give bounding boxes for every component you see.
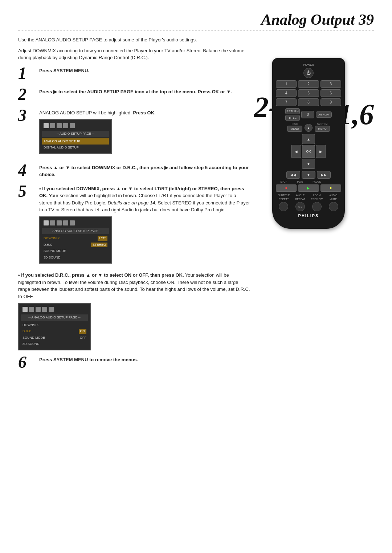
screen2-stereo-val: STEREO (91, 243, 107, 248)
repeat-ab-button[interactable]: A-B (295, 202, 305, 211)
main-layout: Use the ANALOG AUDIO SETUP PAGE to adjus… (18, 36, 374, 375)
screen2-icon-1 (44, 220, 49, 225)
step-6-number: 6 (18, 354, 36, 371)
drc-bold-intro: • If you selected D.R.C., press ▲ or ▼ t… (18, 272, 184, 278)
screen3-row2: D.R.C ON (21, 328, 88, 335)
btn-0[interactable]: 0 (301, 111, 314, 118)
step-4-text: Press ▲ or ▼ to select DOWNMIX or D.R.C.… (39, 165, 249, 178)
power-button[interactable]: ⏻ (303, 68, 314, 78)
remote-control: POWER ⏻ 1 2 3 4 5 6 7 (272, 58, 345, 229)
prev-button[interactable]: ◀◀ (286, 171, 300, 179)
system-menu-button[interactable]: MENU (315, 126, 330, 132)
screen2-row4: 3D SOUND (42, 255, 109, 261)
screen3-on-val: ON (79, 329, 87, 334)
display-button[interactable]: DISPLAY (316, 111, 332, 118)
screen2-downmix-label: DOWNMIX (44, 236, 60, 241)
screen-mockup-3: -- ANALOG AUDIO SETUP PAGE -- DOWNMIX D.… (18, 303, 91, 350)
preview-button[interactable] (312, 202, 322, 211)
transport-labels: STOP PLAY PAUSE (276, 180, 341, 183)
page-container: Analog Output 39 Use the ANALOG AUDIO SE… (0, 0, 392, 553)
nav-up-button[interactable]: ▲ (302, 134, 315, 144)
power-icon: ⏻ (306, 70, 311, 76)
screen-icon-1 (44, 123, 49, 128)
step-5-italic: Details are on page 14. (108, 200, 156, 206)
repeat-label: REPEAT (276, 198, 292, 200)
play-button[interactable]: ▶ (298, 184, 319, 192)
step-1-number: 1 (18, 65, 36, 82)
nav-ok-button[interactable]: OK (302, 145, 315, 158)
btn-3[interactable]: 3 (320, 80, 341, 88)
step-6-row: 6 Press SYSTEM MENU to remove the menus. (18, 354, 250, 371)
btn-8[interactable]: 8 (298, 98, 319, 106)
pause-button[interactable]: ⏸ (320, 184, 341, 192)
screen-toolbar-3 (21, 306, 88, 313)
screen3-row1: DOWNMIX (21, 322, 88, 329)
next-button[interactable]: ▶▶ (317, 171, 331, 179)
screen3-drc-label: D.R.C (23, 329, 32, 334)
step-1-content: Press SYSTEM MENU. (39, 65, 250, 74)
step-3-number: 3 (18, 107, 36, 124)
mute-button[interactable] (329, 202, 338, 211)
nav-left-button[interactable]: ◀ (291, 145, 301, 158)
ab-label: A-B (298, 206, 302, 208)
page-title: Analog Output 39 (18, 11, 374, 28)
stop-button[interactable]: ■ (276, 184, 297, 192)
screen2-icon-5 (70, 220, 75, 225)
disc-menu-button[interactable]: MENU (287, 126, 302, 132)
remote-top: ⏻ (276, 68, 341, 78)
btn-6[interactable]: 6 (320, 89, 341, 97)
nav-down-button[interactable]: ▼ (302, 159, 315, 169)
step-3-pre-text: ANALOG AUDIO SETUP will be highlighted. (39, 110, 133, 115)
prev-next-row: ◀◀ ▼ ▶▶ (276, 171, 341, 179)
btn-7[interactable]: 7 (276, 98, 297, 106)
right-column: 2-5 1,6 POWER ⏻ 1 2 (261, 36, 374, 375)
screen1-row2: DIGITAL AUDIO SETUP (42, 145, 109, 151)
screen-toolbar-2 (42, 219, 109, 227)
screen2-row1: DOWNMIX L/RT (42, 235, 109, 242)
subtitle-label: SUBTITLE (276, 194, 292, 196)
function-labels: SUBTITLE ANGLE ZOOM AUDIO (276, 194, 341, 196)
intro-line1: Use the ANALOG AUDIO SETUP PAGE to adjus… (18, 36, 250, 44)
screen-mockup-2: -- ANALOG AUDIO SETUP PAGE -- DOWNMIX L/… (39, 216, 112, 264)
step-2-number: 2 (18, 86, 36, 103)
title-button[interactable]: TITLE (285, 115, 300, 121)
screen-mockup-1: -- AUDIO SETUP PAGE -- ANALOG AUDIO SETU… (39, 119, 112, 154)
nav-right-button[interactable]: ▶ (316, 145, 326, 158)
screen2-lrt-val: L/RT (98, 236, 107, 241)
btn-4[interactable]: 4 (276, 89, 297, 97)
step-5-number: 5 (18, 183, 36, 200)
nav-down2-button[interactable]: ▼ (302, 171, 315, 179)
dotted-separator (18, 31, 374, 31)
return-button[interactable]: RETURN (285, 108, 300, 114)
up-arrow-small-button[interactable]: ▲ (305, 124, 313, 132)
nav-empty-tl (291, 134, 301, 144)
repeat-button[interactable] (279, 202, 288, 211)
btn-2[interactable]: 2 (298, 80, 319, 88)
btn-1[interactable]: 1 (276, 80, 297, 88)
screen2-drc-label: D.R.C (44, 243, 53, 248)
pause-label: PAUSE (309, 180, 325, 183)
nav-empty-tr (316, 134, 326, 144)
screen3-title: -- ANALOG AUDIO SETUP PAGE -- (21, 314, 88, 321)
angle-label: ANGLE (293, 194, 309, 196)
screen3-soundmode-label: SOUND MODE (23, 336, 45, 341)
step-1-text: Press SYSTEM MENU. (39, 68, 89, 73)
screen-icon-3 (57, 123, 62, 128)
screen3-icon-4 (42, 307, 47, 312)
btn-9[interactable]: 9 (320, 98, 341, 106)
screen3-icon-3 (36, 307, 41, 312)
screen3-icon-2 (29, 307, 34, 312)
step-2-content: Press ▶ to select the AUDIO SETUP PAGE i… (39, 86, 250, 95)
transport-buttons: ■ ▶ ⏸ (276, 184, 341, 192)
drc-intro-text: • If you selected D.R.C., press ▲ or ▼ t… (18, 272, 250, 300)
number-grid: 1 2 3 4 5 6 7 8 9 (276, 80, 341, 106)
left-column: Use the ANALOG AUDIO SETUP PAGE to adjus… (18, 36, 250, 375)
disc-system-row: DISC MENU ▲ SYSTEM MENU (276, 123, 341, 132)
nav-empty-br (316, 159, 326, 169)
drc-section: • If you selected D.R.C., press ▲ or ▼ t… (18, 272, 250, 350)
screen2-row2: D.R.C STEREO (42, 242, 109, 248)
btn-5[interactable]: 5 (298, 89, 319, 97)
step-3-bold: Press OK. (133, 110, 155, 115)
stop-label: STOP (276, 180, 292, 183)
step-2-row: 2 Press ▶ to select the AUDIO SETUP PAGE… (18, 86, 250, 103)
